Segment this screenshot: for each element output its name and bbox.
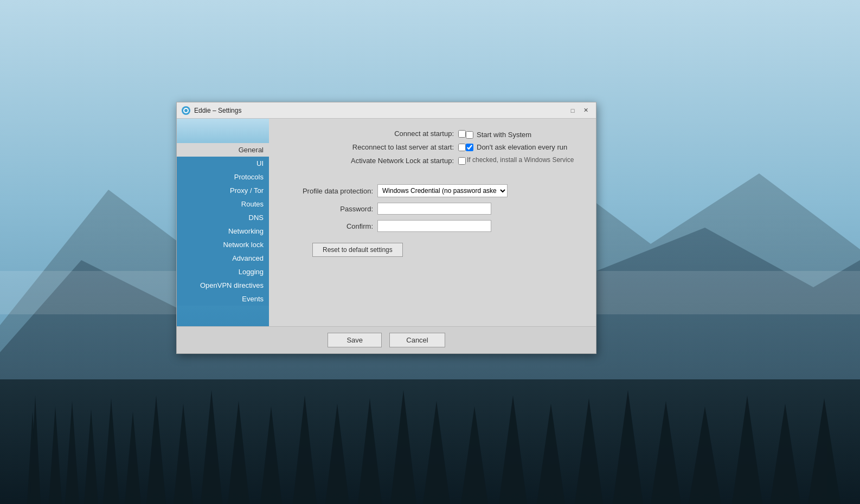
- activate-network-lock-row: Activate Network Lock at startup:: [280, 157, 466, 165]
- dont-ask-elevation-row: Don't ask elevation every run: [466, 143, 585, 151]
- svg-point-34: [184, 109, 188, 112]
- confirm-row: Confirm:: [280, 220, 585, 232]
- sidebar-item-general[interactable]: General: [177, 143, 269, 157]
- reset-defaults-button[interactable]: Reset to default settings: [312, 243, 403, 257]
- profile-protection-select[interactable]: Windows Credential (no password asked) N…: [377, 184, 508, 197]
- close-button[interactable]: ✕: [580, 105, 592, 116]
- dont-ask-elevation-label: Don't ask elevation every run: [477, 143, 567, 151]
- save-button[interactable]: Save: [328, 333, 382, 347]
- sidebar-item-ui[interactable]: UI: [177, 157, 269, 170]
- sidebar-item-openvpn-directives-label: OpenVPN directives: [200, 281, 264, 289]
- sidebar-items: General UI Protocols Proxy / Tor Routes …: [177, 143, 269, 306]
- reconnect-label: Reconnect to last server at start:: [280, 143, 458, 151]
- window-title: Eddie – Settings: [194, 107, 567, 114]
- reconnect-row: Reconnect to last server at start:: [280, 143, 466, 151]
- sidebar-item-logging-label: Logging: [239, 268, 264, 276]
- windows-service-info: If checked, install a Windows Service: [467, 156, 579, 164]
- sidebar-item-routes[interactable]: Routes: [177, 197, 269, 211]
- profile-protection-label: Profile data protection:: [280, 187, 377, 195]
- sidebar-item-advanced[interactable]: Advanced: [177, 251, 269, 265]
- settings-window: Eddie – Settings □ ✕ General UI Protocol…: [176, 102, 596, 354]
- start-with-system-row: Start with System: [466, 131, 585, 139]
- confirm-label: Confirm:: [280, 222, 377, 230]
- profile-protection-row: Profile data protection: Windows Credent…: [280, 184, 585, 197]
- window-body: General UI Protocols Proxy / Tor Routes …: [177, 119, 596, 326]
- window-controls: □ ✕: [567, 105, 592, 116]
- sidebar-item-dns[interactable]: DNS: [177, 211, 269, 224]
- connect-at-startup-label: Connect at startup:: [280, 130, 458, 138]
- sidebar-item-networking[interactable]: Networking: [177, 224, 269, 238]
- sidebar-header: [177, 119, 269, 143]
- general-settings: Connect at startup: Reconnect to last se…: [280, 130, 585, 318]
- sidebar-item-openvpn-directives[interactable]: OpenVPN directives: [177, 279, 269, 292]
- activate-network-lock-label: Activate Network Lock at startup:: [280, 157, 458, 165]
- connect-at-startup-row: Connect at startup:: [280, 130, 466, 138]
- sidebar-item-advanced-label: Advanced: [232, 254, 264, 262]
- connect-at-startup-checkbox[interactable]: [458, 130, 466, 138]
- app-icon: [181, 106, 191, 115]
- sidebar-item-network-lock[interactable]: Network lock: [177, 238, 269, 251]
- sidebar-item-ui-label: UI: [256, 159, 264, 167]
- sidebar-item-network-lock-label: Network lock: [223, 241, 264, 249]
- start-with-system-label: Start with System: [477, 131, 531, 139]
- reset-btn-area: Reset to default settings: [280, 243, 585, 257]
- titlebar: Eddie – Settings □ ✕: [177, 102, 596, 119]
- start-with-system-checkbox[interactable]: [466, 131, 473, 139]
- content-area: Connect at startup: Reconnect to last se…: [269, 119, 596, 326]
- sidebar-item-general-label: General: [239, 146, 264, 154]
- activate-network-lock-checkbox[interactable]: [458, 157, 466, 165]
- sidebar-item-logging[interactable]: Logging: [177, 265, 269, 279]
- sidebar-item-proxy-tor[interactable]: Proxy / Tor: [177, 184, 269, 197]
- maximize-button[interactable]: □: [567, 105, 579, 116]
- sidebar-item-protocols-label: Protocols: [234, 173, 264, 181]
- password-label: Password:: [280, 205, 377, 213]
- cancel-button[interactable]: Cancel: [389, 333, 445, 347]
- reconnect-checkbox[interactable]: [458, 144, 466, 151]
- sidebar-item-protocols[interactable]: Protocols: [177, 170, 269, 184]
- window-footer: Save Cancel: [177, 326, 596, 353]
- sidebar-item-dns-label: DNS: [249, 214, 264, 222]
- sidebar-item-proxy-tor-label: Proxy / Tor: [230, 186, 264, 195]
- confirm-input[interactable]: [377, 220, 491, 232]
- sidebar-item-events-label: Events: [242, 295, 264, 303]
- sidebar-item-events[interactable]: Events: [177, 292, 269, 306]
- password-input[interactable]: [377, 203, 491, 215]
- dont-ask-elevation-checkbox[interactable]: [466, 144, 473, 151]
- sidebar-item-networking-label: Networking: [228, 227, 264, 235]
- sidebar: General UI Protocols Proxy / Tor Routes …: [177, 119, 269, 326]
- password-row: Password:: [280, 203, 585, 215]
- sidebar-item-routes-label: Routes: [241, 200, 264, 208]
